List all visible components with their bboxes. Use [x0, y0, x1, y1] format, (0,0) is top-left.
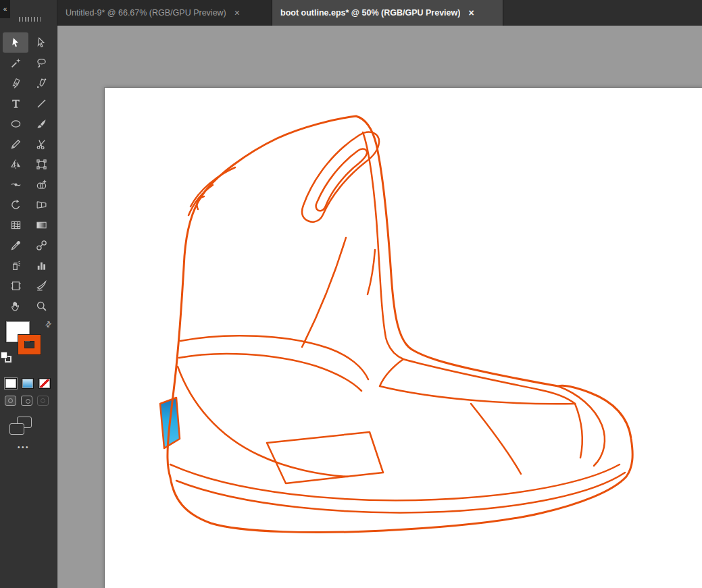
boot-strap-diagonal-path[interactable] [471, 404, 521, 474]
close-tab-icon[interactable]: × [234, 8, 240, 18]
boot-pull-loop-outer-path[interactable] [302, 132, 379, 222]
stroke-color-swatch[interactable] [18, 335, 41, 354]
rotate-view-tool-icon [10, 199, 22, 211]
close-tab-icon[interactable]: × [468, 8, 474, 18]
none-button[interactable] [39, 378, 51, 389]
perspective-grid-tool-button[interactable] [28, 194, 54, 215]
reflect-tool-button[interactable] [3, 154, 28, 174]
line-segment-tool-button[interactable] [28, 93, 54, 113]
gradient-tool-button[interactable] [28, 215, 54, 235]
zoom-tool-button[interactable] [28, 296, 54, 316]
screen-mode-front-icon [9, 423, 24, 435]
direct-selection-tool-button[interactable] [28, 32, 54, 53]
free-transform-tool-icon [36, 159, 47, 170]
reflect-tool-icon [10, 159, 22, 170]
paintbrush-tool-icon [36, 118, 47, 130]
magic-wand-tool-icon [10, 57, 22, 69]
boot-shell-front-sweep-path[interactable] [178, 367, 348, 477]
tab-untitled-document[interactable]: Untitled-9* @ 66.67% (RGB/GPU Preview) × [57, 0, 272, 26]
change-screen-mode-button[interactable] [9, 417, 36, 437]
type-tool-icon [10, 98, 22, 109]
shape-builder-tool-icon [36, 179, 47, 190]
default-fill-icon [1, 352, 7, 358]
boot-shaft-inner-edge-path[interactable] [363, 132, 575, 404]
boot-instep-lower-edge-path[interactable] [380, 359, 575, 404]
draw-behind-mode-button[interactable] [21, 396, 32, 406]
boot-collar-seam-path[interactable] [189, 185, 213, 215]
shaper-tool-button[interactable] [3, 134, 28, 154]
type-tool-button[interactable] [3, 93, 28, 113]
collapse-dock-button[interactable]: « [0, 0, 10, 18]
direct-selection-tool-icon [36, 37, 47, 49]
tools-grid [0, 32, 57, 316]
blend-tool-button[interactable] [28, 235, 54, 255]
mesh-tool-button[interactable] [3, 215, 28, 235]
boot-pull-loop-slot-path[interactable] [316, 149, 368, 211]
slice-tool-button[interactable] [28, 275, 54, 296]
eyedropper-tool-button[interactable] [3, 235, 28, 255]
boot-tongue-short-line-path[interactable] [368, 250, 375, 294]
canvas-pasteboard[interactable] [57, 26, 702, 588]
mesh-tool-icon [10, 219, 22, 231]
column-graph-tool-button[interactable] [28, 255, 54, 275]
document-tab-bar: « Untitled-9* @ 66.67% (RGB/GPU Preview)… [0, 0, 702, 26]
pen-tool-icon [10, 78, 22, 89]
ellipse-tool-button[interactable] [3, 113, 28, 134]
fill-stroke-widget: ⇄ [0, 320, 57, 367]
paintbrush-tool-button[interactable] [28, 113, 54, 134]
boot-shell-panel-path[interactable] [267, 432, 383, 483]
boot-toe-seam-path[interactable] [575, 404, 582, 458]
selection-tool-button[interactable] [3, 32, 28, 53]
width-tool-button[interactable] [3, 174, 28, 194]
perspective-grid-tool-icon [36, 199, 47, 211]
rotate-view-tool-button[interactable] [3, 194, 28, 215]
color-type-row [5, 378, 57, 389]
free-transform-tool-button[interactable] [28, 154, 54, 174]
slice-tool-icon [36, 280, 47, 292]
artboard-tool-button[interactable] [3, 275, 28, 296]
shaper-tool-icon [10, 138, 22, 150]
tools-panel: ⇄ ••• [0, 26, 57, 588]
color-button[interactable] [5, 378, 17, 389]
curvature-tool-icon [36, 78, 47, 89]
gradient-tool-icon [36, 219, 47, 231]
ellipse-tool-icon [10, 118, 22, 130]
pen-tool-button[interactable] [3, 73, 28, 93]
boot-sole-lower-stripe-path[interactable] [176, 473, 625, 512]
draw-normal-mode-button[interactable] [5, 396, 16, 406]
draw-inside-mode-button[interactable] [37, 396, 49, 406]
eyedropper-tool-icon [10, 240, 22, 251]
shape-builder-tool-button[interactable] [28, 174, 54, 194]
artboard-tool-icon [10, 280, 22, 292]
zoom-tool-icon [36, 300, 47, 312]
toolbar-header: « [0, 0, 57, 26]
scissors-tool-icon [36, 138, 47, 150]
boot-sole-upper-stripe-path[interactable] [170, 464, 620, 500]
boot-outline-artwork[interactable] [57, 26, 702, 588]
blend-tool-icon [36, 240, 47, 251]
hand-tool-button[interactable] [3, 296, 28, 316]
boot-cuff-lower-curve-path[interactable] [179, 354, 361, 391]
default-fill-stroke-button[interactable] [1, 352, 12, 363]
hand-tool-icon [10, 300, 22, 312]
lasso-tool-icon [36, 57, 47, 69]
width-tool-icon [10, 179, 22, 190]
symbol-sprayer-tool-button[interactable] [3, 255, 28, 275]
swap-fill-stroke-icon[interactable]: ⇄ [43, 319, 54, 330]
tab-label: Untitled-9* @ 66.67% (RGB/GPU Preview) [66, 8, 226, 18]
boot-tongue-diagonal-path[interactable] [302, 238, 346, 347]
symbol-sprayer-tool-icon [10, 260, 22, 271]
scissors-tool-button[interactable] [28, 134, 54, 154]
gradient-button[interactable] [22, 378, 34, 389]
double-chevron-icon: « [3, 5, 7, 13]
lasso-tool-button[interactable] [28, 53, 54, 73]
tab-boot-outline-document[interactable]: boot outline.eps* @ 50% (RGB/GPU Preview… [272, 0, 503, 26]
boot-outer-silhouette-path[interactable] [168, 116, 632, 532]
curvature-tool-button[interactable] [28, 73, 54, 93]
drawing-modes-row [5, 396, 57, 406]
toolbar-grip-handle[interactable] [19, 17, 41, 22]
column-graph-tool-icon [36, 260, 47, 271]
line-segment-tool-icon [36, 98, 47, 109]
magic-wand-tool-button[interactable] [3, 53, 28, 73]
edit-toolbar-button[interactable]: ••• [18, 444, 57, 451]
